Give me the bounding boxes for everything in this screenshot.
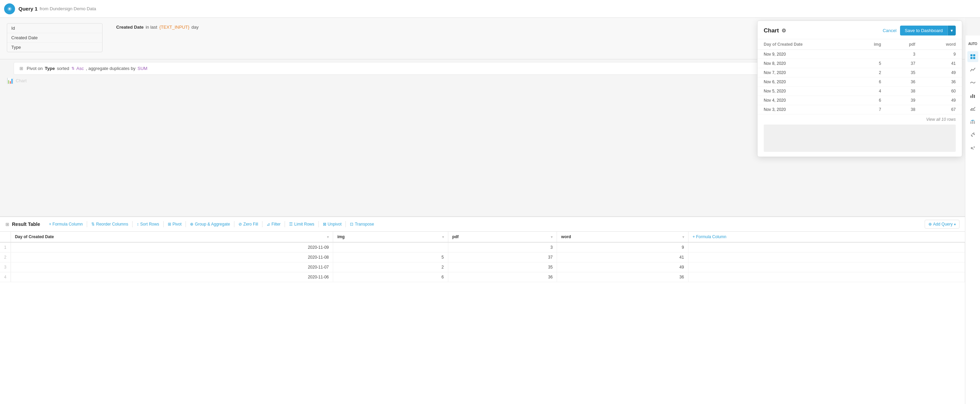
- chart-cell-pdf: 35: [888, 68, 921, 78]
- table-row: 2 2020-11-08 5 37 41: [0, 252, 965, 262]
- svg-point-16: [973, 133, 974, 134]
- cell-img: [333, 242, 448, 252]
- zero-fill-btn[interactable]: ⊘ Zero Fill: [235, 220, 261, 228]
- col-arrow-pdf[interactable]: ▾: [551, 235, 552, 239]
- scatter-sidebar-icon[interactable]: [967, 129, 978, 140]
- column-id[interactable]: Id: [7, 24, 102, 33]
- svg-rect-1: [970, 54, 972, 56]
- chart-settings-icon[interactable]: ⚙: [781, 28, 786, 34]
- unpivot-btn[interactable]: ⊠ Unpivot: [320, 220, 345, 228]
- column-list: Id Created Date Type: [7, 23, 102, 52]
- cell-empty: [688, 272, 965, 282]
- view-all-rows[interactable]: View all 10 rows: [757, 114, 962, 125]
- zero-fill-icon: ⊘: [239, 222, 242, 227]
- area-chart-sidebar-icon[interactable]: [967, 103, 978, 114]
- chart-cell-img: 6: [851, 78, 888, 87]
- row-number: 1: [0, 242, 11, 252]
- add-formula-col-header[interactable]: + Formula Column: [688, 232, 965, 242]
- result-section: ⊞ Result Table + Formula Column ⇅ Reorde…: [0, 216, 965, 404]
- cell-img: 2: [333, 262, 448, 272]
- bar-chart-sidebar-icon[interactable]: [967, 90, 978, 101]
- pivot-text2: sorted: [57, 66, 69, 71]
- chart-table-row: Nov 7, 2020 2 35 49: [757, 68, 962, 78]
- cell-empty: [688, 262, 965, 272]
- column-type[interactable]: Type: [7, 43, 102, 52]
- cell-word: 9: [557, 242, 688, 252]
- filter-unit: day: [191, 25, 199, 30]
- result-table-icon: ⊞: [5, 222, 9, 227]
- filter-value[interactable]: {TEXT_INPUT}: [159, 25, 189, 30]
- chart-cell-date: Nov 7, 2020: [757, 68, 851, 78]
- line-chart-sidebar-icon[interactable]: [967, 64, 978, 75]
- chart-cell-img: 7: [851, 105, 888, 114]
- pivot-btn[interactable]: ⊞ Pivot: [164, 220, 185, 228]
- chart-cell-img: 2: [851, 68, 888, 78]
- transpose-btn[interactable]: ⊡ Transpose: [347, 220, 377, 228]
- filter-operator: in last: [146, 25, 157, 30]
- row-number: 4: [0, 272, 11, 282]
- chart-table-row: Nov 6, 2020 6 36 36: [757, 78, 962, 87]
- bubble-sidebar-icon[interactable]: [967, 142, 978, 153]
- chart-cell-pdf: 39: [888, 96, 921, 105]
- cell-date: 2020-11-08: [11, 252, 333, 262]
- cell-word: 36: [557, 272, 688, 282]
- col-arrow-word[interactable]: ▾: [682, 235, 684, 239]
- cell-img: 5: [333, 252, 448, 262]
- column-created-date[interactable]: Created Date: [7, 33, 102, 43]
- limit-rows-btn[interactable]: ☰ Limit Rows: [286, 220, 318, 228]
- divider7: [285, 221, 285, 227]
- save-dropdown-arrow[interactable]: ▾: [948, 25, 956, 35]
- col-header-img: img ▾: [333, 232, 448, 242]
- svg-point-15: [972, 136, 972, 137]
- top-bar: Query 1 from Dundersign Demo Data: [0, 0, 980, 18]
- group-icon: ⊕: [190, 222, 193, 227]
- pivot-sort: Asc: [76, 66, 84, 71]
- data-table-wrapper: Day of Created Date ▾ img ▾: [0, 232, 965, 404]
- col-arrow-date[interactable]: ▾: [327, 235, 329, 239]
- svg-rect-2: [973, 54, 975, 56]
- reorder-icon: ⇅: [91, 222, 95, 227]
- reorder-columns-btn[interactable]: ⇅ Reorder Columns: [88, 220, 132, 228]
- cell-img: 6: [333, 272, 448, 282]
- chart-cell-img: [851, 50, 888, 59]
- table-sidebar-icon[interactable]: [967, 51, 978, 62]
- cancel-button[interactable]: Cancel: [883, 28, 896, 33]
- chart-col-img: img: [851, 39, 888, 50]
- chart-col-word: word: [921, 39, 962, 50]
- cell-word: 49: [557, 262, 688, 272]
- formula-column-btn[interactable]: + Formula Column: [45, 220, 86, 228]
- cell-empty: [688, 252, 965, 262]
- chart-cell-word: 67: [921, 105, 962, 114]
- row-number: 3: [0, 262, 11, 272]
- pivot-text3: , aggregate duplicates by: [86, 66, 135, 71]
- divider6: [262, 221, 262, 227]
- divider9: [345, 221, 346, 227]
- save-to-dashboard-button[interactable]: Save to Dashboard: [900, 25, 948, 35]
- pivot-icon: ⊞: [19, 66, 23, 71]
- cell-word: 41: [557, 252, 688, 262]
- limit-icon: ☰: [289, 222, 293, 227]
- svg-rect-4: [973, 57, 975, 59]
- unpivot-icon: ⊠: [323, 222, 326, 227]
- col-arrow-img[interactable]: ▾: [442, 235, 444, 239]
- right-sidebar: AUTO: [965, 35, 980, 404]
- group-aggregate-btn[interactable]: ⊕ Group & Aggregate: [186, 220, 233, 228]
- add-query-btn[interactable]: ⊕ Add Query ▾: [924, 220, 959, 229]
- chart-panel-title: Chart ⚙: [764, 27, 786, 34]
- chart-cell-pdf: 37: [888, 59, 921, 68]
- trend-sidebar-icon[interactable]: [967, 77, 978, 88]
- query-title: Query 1: [19, 6, 38, 12]
- chart-cell-img: 4: [851, 87, 888, 96]
- svg-rect-5: [970, 95, 972, 98]
- filter-btn[interactable]: ⊿ Filter: [263, 220, 284, 228]
- app-logo: [4, 3, 15, 14]
- sort-icon: ↕: [137, 222, 139, 227]
- cell-date: 2020-11-06: [11, 272, 333, 282]
- result-table-title: Result Table: [12, 222, 40, 227]
- chart-panel-actions: Cancel Save to Dashboard ▾: [883, 25, 956, 35]
- combo-chart-sidebar-icon[interactable]: [967, 116, 978, 127]
- chart-cell-pdf: 36: [888, 78, 921, 87]
- table-row: 1 2020-11-09 3 9: [0, 242, 965, 252]
- result-toolbar: ⊞ Result Table + Formula Column ⇅ Reorde…: [0, 216, 965, 232]
- sort-rows-btn[interactable]: ↕ Sort Rows: [133, 220, 162, 228]
